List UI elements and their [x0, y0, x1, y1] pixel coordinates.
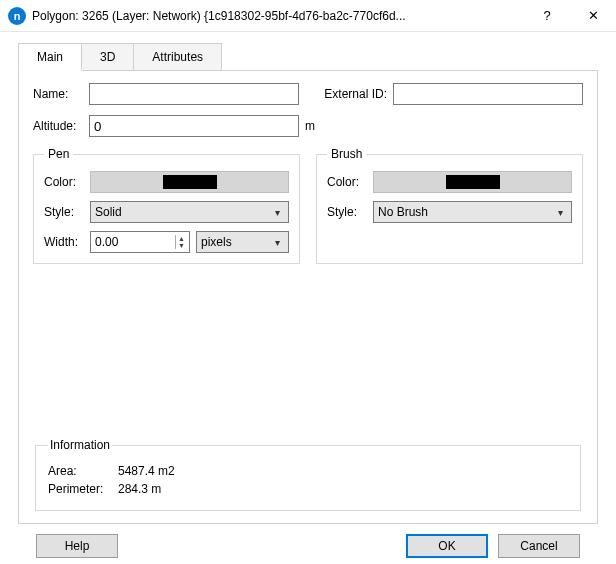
- brush-style-value: No Brush: [378, 205, 554, 219]
- perimeter-value: 284.3 m: [118, 482, 161, 496]
- tab-pane-main: Name: External ID: Altitude: m Pen Color…: [18, 70, 598, 524]
- pen-style-value: Solid: [95, 205, 271, 219]
- perimeter-label: Perimeter:: [48, 482, 118, 496]
- brush-style-label: Style:: [327, 205, 367, 219]
- pen-color-swatch: [163, 175, 217, 189]
- pen-legend: Pen: [44, 147, 73, 161]
- pen-width-spinner[interactable]: 0.00 ▲▼: [90, 231, 190, 253]
- titlebar: n Polygon: 3265 (Layer: Network) {1c9183…: [0, 0, 616, 32]
- information-group: Information Area: 5487.4 m2 Perimeter: 2…: [33, 438, 583, 511]
- tab-attributes[interactable]: Attributes: [133, 43, 222, 71]
- brush-color-swatch: [446, 175, 500, 189]
- external-id-input[interactable]: [393, 83, 583, 105]
- tab-main[interactable]: Main: [18, 43, 82, 71]
- altitude-label: Altitude:: [33, 119, 83, 133]
- brush-color-button[interactable]: [373, 171, 572, 193]
- brush-group: Brush Color: Style: No Brush ▾: [316, 147, 583, 264]
- brush-legend: Brush: [327, 147, 366, 161]
- pen-width-value: 0.00: [95, 235, 175, 249]
- pen-width-unit-value: pixels: [201, 235, 271, 249]
- chevron-down-icon: ▾: [271, 207, 284, 218]
- tab-strip: Main 3D Attributes: [18, 42, 598, 70]
- pen-color-button[interactable]: [90, 171, 289, 193]
- ok-button[interactable]: OK: [406, 534, 488, 558]
- pen-group: Pen Color: Style: Solid ▾ Width:: [33, 147, 300, 264]
- information-legend: Information: [48, 438, 112, 452]
- name-label: Name:: [33, 87, 83, 101]
- dialog-content: Main 3D Attributes Name: External ID: Al…: [0, 32, 616, 564]
- close-button[interactable]: ✕: [570, 0, 616, 32]
- area-value: 5487.4 m2: [118, 464, 175, 478]
- window-title: Polygon: 3265 (Layer: Network) {1c918302…: [32, 9, 524, 23]
- pen-style-combo[interactable]: Solid ▾: [90, 201, 289, 223]
- help-footer-button[interactable]: Help: [36, 534, 118, 558]
- help-button[interactable]: ?: [524, 0, 570, 32]
- area-label: Area:: [48, 464, 118, 478]
- app-icon: n: [8, 7, 26, 25]
- pen-style-label: Style:: [44, 205, 84, 219]
- chevron-down-icon: ▾: [271, 237, 284, 248]
- altitude-input[interactable]: [89, 115, 299, 137]
- pen-width-label: Width:: [44, 235, 84, 249]
- cancel-button[interactable]: Cancel: [498, 534, 580, 558]
- spinner-buttons-icon[interactable]: ▲▼: [175, 235, 185, 249]
- brush-color-label: Color:: [327, 175, 367, 189]
- brush-style-combo[interactable]: No Brush ▾: [373, 201, 572, 223]
- chevron-down-icon: ▾: [554, 207, 567, 218]
- altitude-unit: m: [305, 119, 315, 133]
- external-id-label: External ID:: [324, 87, 387, 101]
- name-input[interactable]: [89, 83, 299, 105]
- pen-color-label: Color:: [44, 175, 84, 189]
- pen-width-unit-combo[interactable]: pixels ▾: [196, 231, 289, 253]
- tab-3d[interactable]: 3D: [81, 43, 134, 71]
